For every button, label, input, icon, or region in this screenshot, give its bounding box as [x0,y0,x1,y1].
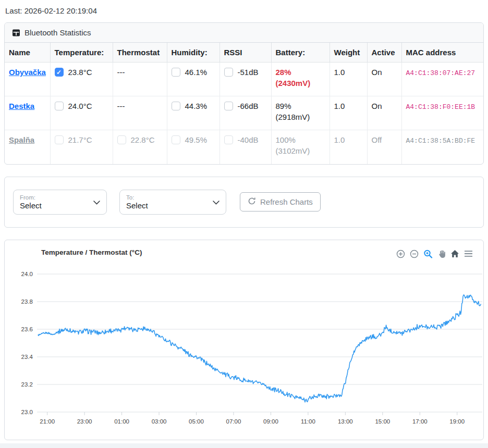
box-zoom-icon[interactable] [422,248,434,259]
pan-icon[interactable] [436,248,447,259]
zoom-out-icon[interactable] [409,248,420,259]
battery-percent: 100% [276,135,296,144]
temperature-value: 23.8°C [68,68,92,77]
refresh-charts-button[interactable]: Refresh Charts [240,192,321,211]
bluetooth-statistics-table: NameTemperature:ThermostatHumidity:RSSIB… [5,43,483,164]
column-header: RSSI [219,43,271,63]
device-row: Spalňa21.7°C22.8°C49.5%-40dB100%(3102mV)… [5,130,483,164]
thermostat-value: --- [117,68,125,77]
menu-icon[interactable] [463,249,474,258]
x-tick-label: 17:00 [412,418,428,425]
table-icon [12,29,20,37]
table-cell: 24.0°C [50,96,113,130]
mac-address: A4:C1:38:07:AE:27 [406,69,475,77]
from-select[interactable]: From: Select [13,190,107,215]
table-cell: -40dB [219,130,271,164]
x-tick-label: 03:00 [152,418,167,425]
checkbox-unchecked[interactable] [224,102,233,110]
x-tick-label: 15:00 [375,418,390,425]
battery-percent: 89% [276,102,291,110]
column-header: Humidity: [167,43,219,63]
table-cell: ✓23.8°C [50,63,113,96]
x-tick-label: 01:00 [114,418,129,425]
last-updated-text: Last: 2026-02-12 20:19:04 [4,4,484,22]
chart-title: Temperature / Thermostat (°C) [41,248,142,256]
column-header: Weight [330,43,367,63]
table-cell: 21.7°C [50,130,113,164]
battery-millivolts: (2430mV) [276,79,325,88]
column-header: Name [5,43,50,63]
table-cell: 1.0 [330,130,367,164]
weight-value: 1.0 [334,68,345,77]
y-tick-label: 23.6 [21,326,33,332]
table-cell: 49.5% [167,130,219,164]
x-tick-label: 05:00 [189,418,204,425]
checkbox-unchecked[interactable] [55,102,64,110]
chevron-down-icon [93,197,100,207]
temperature-series-line [38,295,481,402]
home-reset-icon[interactable] [449,248,460,259]
rssi-value: -40dB [238,135,259,144]
y-tick-label: 23.0 [21,409,33,415]
humidity-value: 46.1% [185,68,208,77]
column-header: MAC address [401,43,483,63]
y-tick-label: 23.2 [21,381,33,388]
checkbox-unchecked[interactable] [172,68,180,77]
to-select-label: To: [126,194,210,201]
checkbox-unchecked[interactable] [172,102,180,110]
table-cell: --- [113,96,167,130]
device-link[interactable]: Obyvačka [9,68,46,77]
zoom-in-icon[interactable] [395,248,406,259]
chart-filter-card: From: Select To: Select Refresh Charts [4,177,484,228]
to-select[interactable]: To: Select [119,190,226,215]
battery-millivolts: (2918mV) [276,113,325,121]
device-row: Obyvačka✓23.8°C---46.1%-51dB28%(2430mV)1… [5,63,483,96]
checkbox-unchecked[interactable] [117,135,126,144]
column-header: Thermostat [113,43,167,63]
table-header-row: NameTemperature:ThermostatHumidity:RSSIB… [5,43,483,63]
bluetooth-statistics-card: Bluetooth Statistics NameTemperature:The… [4,22,484,165]
table-cell: -51dB [219,63,271,96]
checkbox-unchecked[interactable] [224,68,233,77]
column-header: Battery: [271,43,330,63]
device-link[interactable]: Spalňa [9,135,34,144]
active-state: On [372,68,382,77]
y-tick-label: 23.8 [21,298,33,305]
table-cell: 46.1% [167,63,219,96]
humidity-value: 49.5% [185,135,208,144]
checkbox-unchecked[interactable] [224,135,233,144]
x-tick-label: 21:00 [40,418,55,425]
table-cell: 1.0 [330,63,367,96]
table-cell: On [367,63,401,96]
rssi-value: -51dB [238,68,259,77]
x-tick-label: 09:00 [263,418,278,425]
active-state: Off [372,135,382,144]
y-tick-label: 23.4 [21,354,33,360]
battery-millivolts: (3102mV) [276,146,325,155]
mac-address: A4:C1:38:5A:BD:FE [406,137,475,145]
table-cell: 1.0 [330,96,367,130]
device-link[interactable]: Destka [9,102,34,110]
checkbox-unchecked[interactable] [172,135,180,144]
page-bottom-strip [0,443,488,448]
bluetooth-statistics-header: Bluetooth Statistics [5,23,483,43]
table-cell: Destka [5,96,50,130]
active-state: On [372,102,382,110]
table-cell: -66dB [219,96,271,130]
weight-value: 1.0 [334,135,345,144]
checkbox-unchecked[interactable] [55,135,64,144]
thermostat-value: 22.8°C [131,135,155,144]
temperature-line-chart[interactable]: 24.023.823.623.423.223.021:0023:0001:000… [9,259,484,435]
weight-value: 1.0 [334,102,345,110]
table-cell: A4:C1:38:5A:BD:FE [401,130,483,164]
temperature-value: 24.0°C [68,102,92,110]
table-cell: Obyvačka [5,63,50,96]
checkbox-checked[interactable]: ✓ [55,68,64,77]
to-select-value: Select [126,201,210,210]
device-row: Destka24.0°C---44.3%-66dB89%(2918mV)1.0O… [5,96,483,130]
card-title: Bluetooth Statistics [25,28,91,37]
x-tick-label: 23:00 [77,418,92,425]
table-cell: Off [367,130,401,164]
humidity-value: 44.3% [185,102,208,110]
table-cell: 44.3% [167,96,219,130]
